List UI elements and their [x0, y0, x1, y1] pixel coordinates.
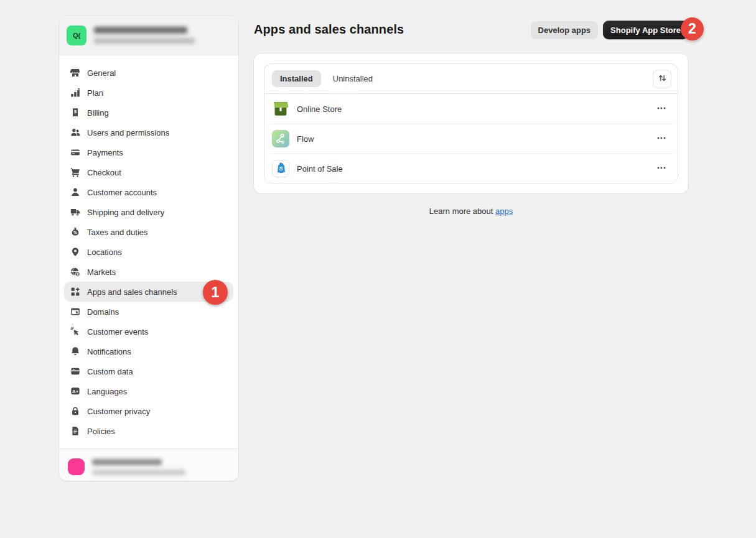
taxes-bag-icon: % — [70, 227, 80, 237]
shopify-app-store-button[interactable]: Shopify App Store — [603, 21, 688, 39]
horizontal-dots-icon — [656, 103, 666, 115]
settings-sidebar: Q( General Plan $ Billing Users and perm… — [59, 16, 238, 481]
sidebar-item-label: Policies — [87, 427, 115, 436]
svg-text:%: % — [73, 230, 77, 234]
app-row-flow[interactable]: Flow — [264, 124, 678, 154]
sidebar-item-label: General — [87, 68, 116, 78]
sidebar-item-label: Taxes and duties — [87, 228, 148, 237]
store-avatar: Q( — [67, 26, 86, 45]
sidebar-item-label: Customer accounts — [87, 188, 157, 197]
sidebar-item-customer-accounts[interactable]: Customer accounts — [64, 182, 233, 202]
settings-nav: General Plan $ Billing Users and permiss… — [59, 55, 238, 448]
store-email-redacted — [94, 38, 195, 44]
billing-receipt-icon: $ — [70, 108, 80, 118]
sidebar-item-billing[interactable]: $ Billing — [64, 103, 233, 123]
user-email-redacted — [92, 470, 185, 475]
annotation-badge-2: 2 — [681, 17, 704, 40]
flow-icon — [272, 130, 289, 147]
apps-card: Installed Uninstalled Online Store Flow … — [254, 53, 688, 193]
plan-chart-icon — [70, 88, 80, 98]
sidebar-item-label: Markets — [87, 267, 116, 277]
custom-data-icon — [70, 366, 80, 376]
sidebar-item-label: Customer privacy — [87, 407, 150, 416]
sidebar-item-notifications[interactable]: Notifications — [64, 341, 233, 361]
sidebar-item-label: Locations — [87, 248, 122, 257]
online-store-menu-button[interactable] — [653, 100, 670, 118]
apps-tabs-row: Installed Uninstalled — [264, 64, 678, 94]
sidebar-item-customer-events[interactable]: Customer events — [64, 322, 233, 341]
apps-help-link[interactable]: apps — [495, 206, 513, 216]
apps-grid-icon — [70, 287, 80, 297]
sidebar-item-label: Notifications — [87, 347, 131, 356]
bell-icon — [70, 346, 80, 356]
tab-installed[interactable]: Installed — [272, 70, 321, 87]
checkout-cart-icon — [70, 167, 80, 177]
user-identity — [92, 459, 185, 475]
users-icon — [70, 128, 80, 137]
app-name: Flow — [297, 134, 314, 144]
app-row-online-store[interactable]: Online Store — [264, 94, 678, 124]
svg-text:A: A — [72, 389, 76, 394]
page-title: Apps and sales channels — [254, 22, 404, 37]
domains-window-icon — [70, 307, 80, 317]
store-name-redacted — [94, 27, 187, 34]
account-user[interactable] — [59, 448, 238, 481]
app-name: Point of Sale — [297, 164, 343, 174]
sidebar-item-label: Payments — [87, 148, 123, 157]
learn-more-text: Learn more about — [429, 206, 495, 216]
sidebar-item-policies[interactable]: Policies — [64, 421, 233, 441]
cursor-click-icon — [70, 327, 80, 336]
user-avatar — [68, 458, 85, 475]
lock-icon — [70, 406, 80, 416]
tab-uninstalled[interactable]: Uninstalled — [325, 70, 381, 87]
header-actions: Develop apps Shopify App Store — [539, 21, 688, 39]
sidebar-item-label: Plan — [87, 88, 103, 98]
store-avatar-initials: Q( — [73, 32, 80, 39]
sidebar-item-users-and-permissions[interactable]: Users and permissions — [64, 123, 233, 142]
sidebar-item-label: Domains — [87, 307, 119, 317]
sidebar-item-label: Customer events — [87, 327, 148, 336]
sidebar-item-label: Billing — [87, 108, 109, 118]
sidebar-item-shipping-and-delivery[interactable]: Shipping and delivery — [64, 202, 233, 222]
sidebar-item-general[interactable]: General — [64, 63, 233, 83]
sidebar-item-label: Languages — [87, 387, 127, 396]
horizontal-dots-icon — [656, 163, 666, 175]
user-name-redacted — [92, 459, 162, 465]
payments-icon — [70, 147, 80, 157]
up-down-arrows-icon — [658, 73, 667, 85]
annotation-badge-1: 1 — [203, 280, 228, 305]
online-store-icon — [272, 100, 289, 118]
sidebar-item-checkout[interactable]: Checkout — [64, 162, 233, 182]
markets-globe-icon: $ — [70, 267, 80, 277]
svg-text:S: S — [279, 165, 283, 172]
languages-icon: Aa — [70, 386, 80, 396]
sidebar-item-markets[interactable]: $ Markets — [64, 262, 233, 282]
storefront-icon — [70, 68, 80, 78]
sidebar-item-label: Custom data — [87, 367, 133, 376]
flow-menu-button[interactable] — [653, 130, 670, 147]
sidebar-item-payments[interactable]: Payments — [64, 142, 233, 162]
sidebar-item-languages[interactable]: Aa Languages — [64, 381, 233, 401]
truck-icon — [70, 207, 80, 217]
policies-doc-icon — [70, 426, 80, 436]
app-name: Online Store — [297, 104, 342, 114]
develop-apps-button[interactable]: Develop apps — [531, 21, 599, 39]
sidebar-item-domains[interactable]: Domains — [64, 302, 233, 322]
location-pin-icon — [70, 247, 80, 257]
store-switcher[interactable]: Q( — [59, 16, 238, 55]
sidebar-item-plan[interactable]: Plan — [64, 83, 233, 103]
sort-button[interactable] — [653, 70, 671, 88]
sidebar-item-label: Apps and sales channels — [87, 287, 177, 297]
store-identity — [94, 27, 195, 44]
sidebar-item-label: Users and permissions — [87, 128, 169, 137]
sidebar-item-locations[interactable]: Locations — [64, 242, 233, 262]
sidebar-item-label: Shipping and delivery — [87, 208, 164, 217]
sidebar-item-taxes-and-duties[interactable]: % Taxes and duties — [64, 222, 233, 242]
apps-list-container: Installed Uninstalled Online Store Flow … — [264, 63, 678, 183]
sidebar-item-customer-privacy[interactable]: Customer privacy — [64, 401, 233, 421]
point-of-sale-menu-button[interactable] — [653, 160, 670, 177]
sidebar-item-custom-data[interactable]: Custom data — [64, 361, 233, 381]
horizontal-dots-icon — [656, 133, 666, 145]
person-icon — [70, 187, 80, 197]
app-row-point-of-sale[interactable]: S Point of Sale — [264, 154, 678, 183]
